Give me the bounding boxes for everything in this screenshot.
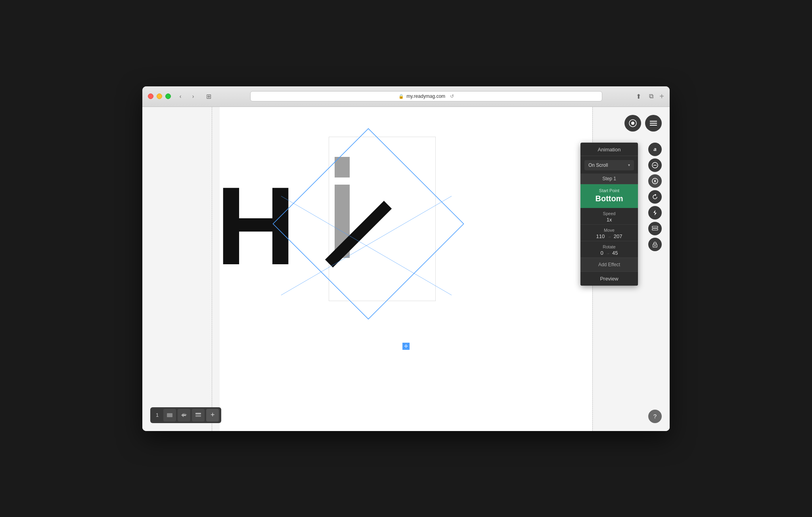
start-point-section: Start Point Bottom	[580, 184, 638, 208]
chevron-down-icon: ▾	[628, 163, 630, 167]
rotate-label: Rotate	[585, 244, 633, 249]
rotate-to: 45	[612, 250, 618, 256]
nav-buttons: ‹ ›	[175, 92, 199, 101]
close-button[interactable]	[148, 93, 153, 99]
back-button[interactable]: ‹	[175, 92, 186, 101]
gray-rect-top	[335, 157, 350, 177]
add-element-button[interactable]: +	[206, 409, 219, 422]
page-number: 1	[153, 410, 162, 420]
rotate-value: 0 → 45	[585, 250, 633, 256]
move-y: 207	[614, 233, 622, 239]
on-scroll-dropdown[interactable]: On Scroll ▾	[584, 160, 634, 170]
move-value: 110 → 207	[585, 233, 633, 239]
top-right-toolbar	[624, 115, 662, 132]
text-tool-button[interactable]: a	[648, 143, 662, 156]
move-handle[interactable]: ✛	[402, 343, 410, 350]
letter-h: H	[216, 170, 294, 281]
start-point-label: Start Point	[585, 188, 633, 193]
guide-line-left	[212, 107, 212, 431]
canvas-area: H	[142, 107, 670, 431]
layers-tool-button[interactable]	[648, 222, 662, 235]
align-tool-button[interactable]	[648, 158, 662, 172]
preview-button[interactable]: Preview	[580, 271, 638, 286]
svg-rect-18	[195, 415, 201, 417]
animation-panel: Animation On Scroll ▾ Step 1 Start Point…	[580, 143, 638, 286]
eye-button[interactable]	[624, 115, 641, 132]
refresh-tool-button[interactable]	[648, 190, 662, 204]
titlebar: ‹ › ⊞ 🔒 my.readymag.com ↺ ⬆ ⧉ +	[142, 86, 670, 107]
app-window: ‹ › ⊞ 🔒 my.readymag.com ↺ ⬆ ⧉ + H	[142, 86, 670, 431]
url-text: my.readymag.com	[406, 93, 445, 99]
rotate-row: Rotate 0 → 45	[580, 241, 638, 258]
titlebar-right: ⬆ ⧉ +	[634, 92, 664, 101]
svg-point-4	[631, 122, 634, 125]
selected-element[interactable]: ✛	[329, 137, 436, 301]
panel-title: Animation	[580, 143, 638, 156]
svg-marker-11	[653, 210, 657, 216]
move-row: Move 110 → 207	[580, 225, 638, 241]
rotate-arrow: →	[606, 251, 611, 256]
undo-redo-button[interactable]	[178, 409, 190, 422]
minimize-button[interactable]	[157, 93, 162, 99]
lock-tool-button[interactable]	[648, 238, 662, 251]
speed-label: Speed	[585, 211, 633, 216]
bolt-tool-button[interactable]	[648, 206, 662, 219]
lock-icon: 🔒	[398, 94, 404, 99]
svg-rect-13	[652, 229, 658, 230]
layers-bottom-button[interactable]	[192, 409, 205, 422]
side-icons: a	[648, 143, 662, 251]
menu-button[interactable]	[645, 115, 662, 132]
bottom-toolbar: 1 +	[150, 407, 221, 423]
forward-button[interactable]: ›	[188, 92, 199, 101]
speed-value: 1x	[585, 217, 633, 223]
content-box	[329, 137, 436, 301]
svg-point-15	[655, 245, 656, 246]
pip-icon[interactable]: ⧉	[647, 92, 655, 101]
traffic-lights	[148, 93, 171, 99]
step-header: Step 1	[580, 174, 638, 184]
reload-button[interactable]: ↺	[450, 93, 454, 99]
page-thumb-button[interactable]	[163, 409, 176, 422]
speed-row: Speed 1x	[580, 208, 638, 225]
help-button[interactable]: ?	[648, 410, 662, 423]
move-arrow: →	[607, 235, 613, 239]
svg-rect-12	[652, 226, 658, 228]
move-x: 110	[596, 233, 605, 239]
maximize-button[interactable]	[165, 93, 171, 99]
new-tab-button[interactable]: +	[659, 92, 664, 101]
start-point-value: Bottom	[585, 194, 633, 203]
svg-rect-16	[167, 413, 172, 417]
address-bar[interactable]: 🔒 my.readymag.com ↺	[250, 91, 602, 101]
trigger-label: On Scroll	[588, 162, 608, 168]
scroll-anim-button[interactable]	[648, 174, 662, 188]
sidebar-toggle[interactable]: ⊞	[203, 92, 214, 101]
svg-rect-17	[195, 413, 201, 414]
move-label: Move	[585, 228, 633, 233]
app-content: H	[142, 107, 670, 431]
rotate-from: 0	[600, 250, 603, 256]
share-icon[interactable]: ⬆	[634, 92, 643, 101]
add-effect-button[interactable]: Add Effect	[580, 258, 638, 271]
